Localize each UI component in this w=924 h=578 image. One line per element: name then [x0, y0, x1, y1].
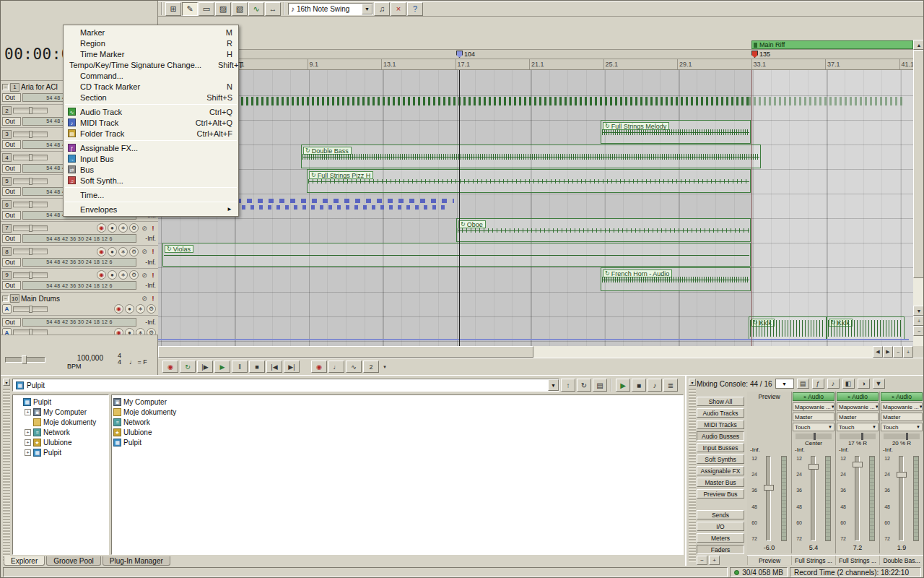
list-item-my-computer[interactable]: ▣ My Computer [113, 397, 681, 407]
preview-bus-button[interactable]: Preview Bus [697, 489, 744, 499]
menu-item-bus[interactable]: ⇄Bus [64, 164, 238, 175]
output-select[interactable]: Out [2, 234, 21, 243]
menu-item-midi-track[interactable]: ♪MIDI TrackCtrl+Alt+Q [64, 117, 238, 128]
track-fader[interactable] [13, 225, 48, 231]
list-item-ulubione[interactable]: ★ Ulubione [113, 427, 681, 437]
section-main-riff[interactable]: Main Riff [751, 40, 913, 49]
track-name[interactable]: Main Drums [21, 295, 139, 303]
automation-button[interactable]: A [2, 304, 12, 314]
stop-preview-icon[interactable]: ■ [632, 379, 646, 392]
zoom-in-time-icon[interactable]: + [903, 346, 913, 358]
output-select[interactable]: Out [2, 211, 21, 220]
mute-button[interactable]: ● [108, 247, 117, 256]
track-header[interactable]: 8 ◉ ● ∗ ⚙ ⊘ ! Out 54 48 42 36 30 24 18 1… [1, 246, 158, 269]
menu-item-time-marker[interactable]: Time MarkerH [64, 48, 238, 59]
collapse-icon[interactable]: − [2, 296, 9, 302]
scroll-right-icon[interactable]: ▶ [883, 346, 893, 358]
beat-ruler[interactable]: 5.19.113.117.121.125.129.133.137.141.1 [158, 59, 913, 70]
channel-fader[interactable]: 122436486072 [793, 454, 834, 543]
mute-button[interactable]: ● [108, 270, 117, 280]
record-arm-button[interactable]: ◉ [114, 328, 123, 335]
key-signature[interactable]: ♩ = F [129, 358, 147, 366]
record-button[interactable]: ◉ [162, 361, 178, 373]
track-header[interactable]: 9 ◉ ● ∗ ⚙ ⊘ ! Out 54 48 42 36 30 24 18 1… [1, 269, 158, 293]
marker-row[interactable]: 104 135 [158, 50, 913, 59]
output-select[interactable]: Out [2, 318, 21, 327]
record-arm-button[interactable]: ◉ [97, 270, 106, 280]
menu-item-envelopes[interactable]: Envelopes► [64, 204, 238, 215]
zoom-in-icon[interactable]: + [709, 556, 720, 565]
faders-button[interactable]: Faders [697, 545, 744, 554]
output-select[interactable]: Out [2, 93, 21, 102]
clip-violas[interactable]: ↻Violas [162, 243, 751, 267]
collapse-icon[interactable]: − [2, 84, 9, 90]
menu-item-time[interactable]: Time... [64, 189, 238, 200]
clip-kick-2[interactable]: ↻Kick [827, 316, 905, 340]
stop-button[interactable]: ■ [249, 361, 265, 373]
marker-104[interactable]: 104 [456, 51, 475, 58]
tab-groove-pool[interactable]: Groove Pool [46, 556, 101, 566]
pause-button[interactable]: ‖ [232, 361, 248, 373]
tree-item-pulpit-root[interactable]: ▦ Pulpit [14, 397, 107, 407]
menu-item-region[interactable]: RegionR [64, 38, 238, 48]
expand-icon[interactable]: + [25, 439, 31, 446]
record-arm-button[interactable]: ◉ [114, 304, 123, 314]
snap-icon[interactable]: ⊞ [165, 2, 181, 16]
clip-full-strings-melody[interactable]: ↻Full Strings Melody [601, 120, 751, 144]
menu-item-tempo-change[interactable]: Tempo/Key/Time Signature Change...Shift+… [64, 59, 238, 70]
clip-full-strings-pizz[interactable]: ↻Full Strings Pizz H [307, 169, 751, 193]
vertical-scrollbar[interactable]: ▲ ▼ + − [913, 40, 924, 346]
show-all-button[interactable]: Show All [697, 397, 744, 406]
channel-fader[interactable]: 122436486072 [749, 454, 790, 543]
scroll-up-icon[interactable]: ▲ [913, 40, 924, 50]
solo-button[interactable]: ∗ [118, 247, 128, 256]
strip-name[interactable]: Preview [747, 556, 791, 565]
device-select[interactable]: Mapowanie ...▼ [793, 402, 834, 411]
time-signature[interactable]: 4 4 [118, 353, 121, 366]
record-options-button[interactable]: ◉ [311, 361, 327, 373]
track-header[interactable]: 7 ◉ ● ∗ ⚙ ⊘ ! Out 54 48 42 36 30 24 18 1… [1, 222, 158, 246]
channel-fader[interactable]: 122436486072 [881, 454, 922, 543]
track-fx-button[interactable]: ⚙ [129, 223, 139, 233]
menu-item-assignable-fx[interactable]: ƒAssignable FX... [64, 142, 238, 153]
pan-slider[interactable] [796, 434, 832, 439]
solo-button[interactable]: ∗ [136, 328, 145, 335]
clip-oboe[interactable]: ↻Oboe [456, 218, 751, 242]
track-fader[interactable] [13, 272, 48, 278]
menu-item-command[interactable]: Command... [64, 70, 238, 81]
automation-select[interactable]: Touch▼ [837, 423, 879, 431]
time-select-tool-icon[interactable]: ↔ [265, 2, 281, 16]
clip-french-horn[interactable]: ↻French Horn - Audio [601, 267, 751, 291]
chevron-down-icon[interactable]: ▼ [362, 4, 372, 14]
scroll-down-icon[interactable]: ▼ [913, 306, 924, 316]
close-icon[interactable]: × [892, 394, 894, 400]
list-item-moje-dokumenty[interactable]: Moje dokumenty [113, 407, 681, 417]
solo-button[interactable]: ∗ [136, 304, 145, 314]
tree-item-ulubione[interactable]: + ★ Ulubione [14, 437, 107, 447]
automation-select[interactable]: Touch▼ [793, 423, 834, 431]
input-busses-button[interactable]: Input Busses [697, 443, 744, 452]
up-one-level-icon[interactable]: ↑ [561, 379, 575, 392]
mixer-menu-icon[interactable]: ▼ [873, 379, 885, 389]
track-fx-button[interactable]: ⚙ [129, 247, 139, 256]
menu-item-audio-track[interactable]: ∿Audio TrackCtrl+Q [64, 106, 238, 117]
menu-item-folder-track[interactable]: ▤Folder TrackCtrl+Alt+F [64, 128, 238, 139]
mute-button[interactable]: ● [108, 223, 117, 233]
tree-item-moje-dokumenty[interactable]: Moje dokumenty [14, 417, 107, 427]
soft-synths-button[interactable]: Soft Synths [697, 454, 744, 464]
bus-select[interactable]: Master [881, 413, 923, 421]
assignable-fx-button[interactable]: Assignable FX [697, 466, 744, 475]
device-select[interactable]: Mapowanie ...▼ [881, 402, 923, 411]
horizontal-scrollbar[interactable]: ◀ ▶ − + [158, 346, 913, 358]
output-select[interactable]: Out [2, 281, 21, 290]
io-button[interactable]: I/O [697, 522, 744, 531]
auto-preview-icon[interactable]: ♪ [648, 379, 662, 392]
vertical-scroll-thumb[interactable] [913, 50, 924, 278]
channel-fader[interactable]: 122436486072 [837, 454, 878, 543]
track-fader[interactable] [13, 249, 48, 254]
section-row[interactable]: Main Riff [158, 40, 913, 50]
track-fader[interactable] [13, 306, 48, 312]
views-icon[interactable]: ≣ [663, 379, 678, 392]
go-to-end-button[interactable]: ▶| [284, 361, 300, 373]
output-select[interactable]: Out [2, 164, 21, 173]
